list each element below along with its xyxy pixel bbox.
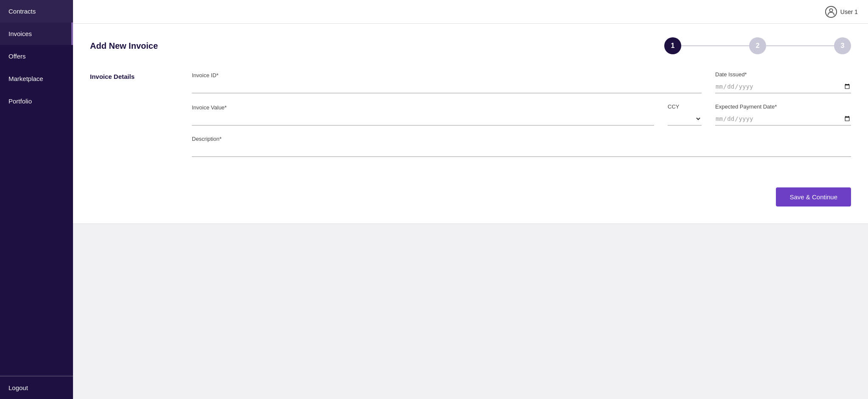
section-label: Invoice Details [90, 71, 175, 157]
sidebar-logout[interactable]: Logout [0, 376, 73, 399]
field-row-1: Invoice ID* Date Issued* [192, 71, 851, 93]
ccy-select[interactable]: USD EUR GBP [668, 112, 702, 126]
sidebar-item-contracts-label: Contracts [8, 8, 36, 15]
sidebar-item-contracts[interactable]: Contracts [0, 0, 73, 22]
main-area: User 1 Add New Invoice 1 2 [73, 0, 868, 399]
ccy-label: CCY [668, 103, 702, 110]
expected-payment-group: Expected Payment Date* [715, 103, 851, 126]
user-name-label: User 1 [840, 8, 858, 15]
invoice-value-label: Invoice Value* [192, 104, 654, 111]
field-row-2: Invoice Value* CCY USD EUR GBP [192, 103, 851, 126]
sidebar-item-portfolio-label: Portfolio [8, 98, 32, 105]
step-1: 1 [664, 37, 681, 54]
form-footer: Save & Continue [90, 177, 851, 206]
stepper: 1 2 3 [664, 37, 851, 54]
sidebar-logout-label: Logout [8, 384, 28, 391]
user-avatar-icon [825, 6, 837, 18]
svg-point-0 [829, 8, 832, 11]
sidebar: Contracts Invoices Offers Marketplace Po… [0, 0, 73, 399]
invoice-details-section: Invoice Details Invoice ID* Date Issued* [90, 71, 851, 157]
form-title: Add New Invoice [90, 41, 158, 51]
invoice-id-group: Invoice ID* [192, 72, 702, 93]
step-3-label: 3 [841, 42, 845, 50]
description-group: Description* [192, 136, 851, 157]
sidebar-item-invoices-label: Invoices [8, 30, 32, 37]
user-menu[interactable]: User 1 [825, 6, 858, 18]
date-issued-label: Date Issued* [715, 71, 851, 78]
date-issued-input[interactable] [715, 80, 851, 93]
form-card: Add New Invoice 1 2 3 [73, 24, 868, 223]
expected-payment-input[interactable] [715, 112, 851, 126]
content-area: Add New Invoice 1 2 3 [73, 24, 868, 399]
invoice-id-input[interactable] [192, 81, 702, 93]
sidebar-item-marketplace-label: Marketplace [8, 75, 43, 82]
step-line-1-2 [681, 45, 749, 46]
form-header: Add New Invoice 1 2 3 [90, 37, 851, 54]
sidebar-item-invoices[interactable]: Invoices [0, 22, 73, 45]
content-inner: Add New Invoice 1 2 3 [73, 24, 868, 399]
sidebar-item-marketplace[interactable]: Marketplace [0, 67, 73, 90]
expected-payment-label: Expected Payment Date* [715, 103, 851, 110]
field-row-3: Description* [192, 136, 851, 157]
save-continue-button[interactable]: Save & Continue [776, 187, 851, 206]
header: User 1 [73, 0, 868, 24]
sidebar-item-offers-label: Offers [8, 53, 26, 60]
description-label: Description* [192, 136, 851, 142]
step-3: 3 [834, 37, 851, 54]
step-line-2-3 [766, 45, 834, 46]
invoice-id-label: Invoice ID* [192, 72, 702, 78]
ccy-group: CCY USD EUR GBP [668, 103, 702, 126]
section-divider [73, 223, 868, 224]
sidebar-item-portfolio[interactable]: Portfolio [0, 90, 73, 112]
step-2-label: 2 [756, 42, 760, 50]
date-issued-group: Date Issued* [715, 71, 851, 93]
invoice-value-group: Invoice Value* [192, 104, 654, 126]
sidebar-item-offers[interactable]: Offers [0, 45, 73, 67]
description-input[interactable] [192, 145, 851, 157]
step-2: 2 [749, 37, 766, 54]
step-1-label: 1 [671, 42, 675, 50]
invoice-value-input[interactable] [192, 113, 654, 126]
form-fields: Invoice ID* Date Issued* Invoice V [192, 71, 851, 157]
